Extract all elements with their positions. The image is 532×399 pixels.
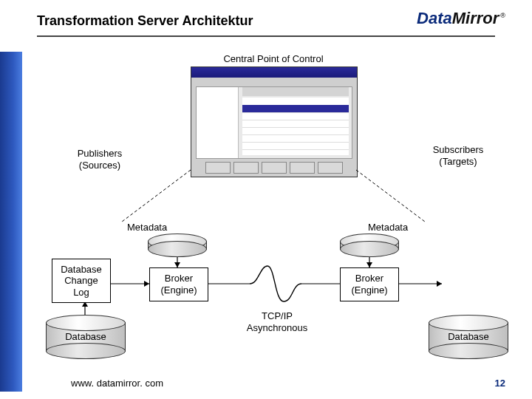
svg-marker-3 [144,281,149,287]
change-log-line3: Log [73,287,89,299]
window-titlebar [191,67,357,78]
caption-central-control: Central Point of Control [222,53,325,65]
dialog-button [233,162,259,174]
dialog-button [318,162,343,174]
svg-marker-9 [174,262,180,267]
caption-metadata-right: Metadata [368,222,427,233]
divider [37,35,495,37]
broker-right-line2: (Engine) [351,284,387,296]
dialog-button [262,162,287,174]
list-panel [197,87,239,158]
broker-left-line1: Broker [165,273,193,284]
window-pane [196,86,352,159]
dialog-button [290,162,315,174]
label-database-right: Database [436,331,501,343]
svg-line-0 [122,170,191,222]
sidebar-decoration [0,52,22,392]
caption-subscribers: Subscribers (Targets) [421,144,495,168]
registered-icon: ® [500,12,505,19]
logo: DataMirror® [417,9,505,28]
grid-header [242,87,349,96]
box-change-log: Database Change Log [52,259,111,303]
caption-publishers: Publishers (Sources) [66,148,133,172]
broker-right-line1: Broker [355,273,383,284]
tcpip-line2: Asynchronous [247,322,307,333]
metadata-store-right-icon [340,233,399,257]
svg-marker-7 [437,281,442,287]
svg-marker-11 [366,262,372,267]
page-number: 12 [495,378,505,389]
publishers-line2: (Sources) [79,160,120,171]
table-row [242,142,349,150]
tcpip-line1: TCP/IP [262,310,293,321]
logo-text-primary: Data [417,9,452,27]
caption-metadata-left: Metadata [127,222,186,233]
publishers-line1: Publishers [78,148,123,159]
broker-left-line2: (Engine) [160,284,197,296]
metadata-store-left-icon [148,233,207,257]
subscribers-line1: Subscribers [433,144,484,155]
logo-text-secondary: Mirror [452,9,499,27]
label-database-left: Database [53,331,118,343]
change-log-line1: Database [61,264,102,276]
change-log-line2: Change [64,275,98,287]
page-title: Transformation Server Architektur [37,13,253,29]
slide: Transformation Server Architektur DataMi… [0,0,532,399]
control-screenshot [191,66,358,177]
box-broker-left: Broker (Engine) [149,267,208,301]
window-buttons [196,162,352,174]
grid-panel [242,98,349,155]
caption-tcpip: TCP/IP Asynchronous [236,310,318,335]
box-broker-right: Broker (Engine) [340,267,399,301]
footer-url: www. datamirror. com [71,378,163,389]
header: Transformation Server Architektur DataMi… [0,13,532,44]
dialog-button [205,162,231,174]
svg-line-1 [356,170,425,222]
subscribers-line2: (Targets) [439,156,477,167]
